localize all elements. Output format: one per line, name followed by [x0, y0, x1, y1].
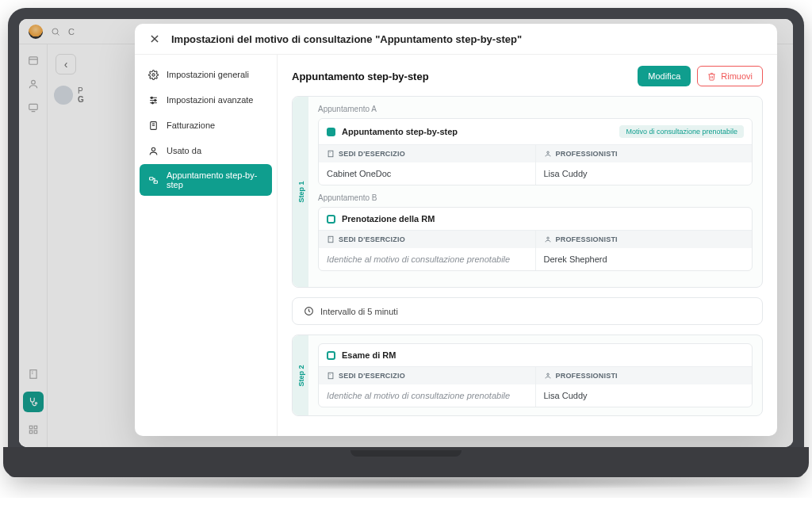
svg-point-27	[151, 147, 155, 151]
group-b-label: Appuntamento B	[318, 193, 753, 202]
appointment-name: Prenotazione della RM	[342, 214, 744, 224]
svg-rect-28	[149, 177, 152, 179]
appointment-card: Appuntamento step-by-step Motivo di cons…	[318, 118, 753, 185]
appointment-name: Appuntamento step-by-step	[342, 127, 613, 136]
nav-label: Usato da	[167, 146, 201, 155]
user-icon	[544, 372, 552, 380]
modal-title: Impostazioni del motivo di consultazione…	[171, 33, 522, 45]
interval-row: Intervallo di 5 minuti	[292, 297, 763, 325]
appointment-card: Prenotazione della RM SEDI D'ESERCIZIO	[318, 207, 753, 271]
trash-icon	[707, 72, 716, 81]
laptop-bezel: C ‹ P G	[8, 8, 804, 477]
step-1-block: Step 1 Appuntamento A Appuntamento step-…	[292, 96, 763, 288]
location-cell: Identiche al motivo di consultazione pre…	[319, 384, 535, 407]
user-icon	[544, 150, 552, 158]
svg-point-35	[546, 237, 549, 239]
svg-point-32	[546, 151, 549, 154]
nav-label: Impostazioni generali	[167, 70, 249, 79]
svg-rect-30	[328, 151, 333, 157]
building-icon	[327, 150, 335, 158]
interval-label: Intervallo di 5 minuti	[320, 307, 398, 316]
professional-cell: Lisa Cuddy	[536, 162, 753, 185]
laptop-base	[3, 447, 809, 477]
screen: C ‹ P G	[19, 19, 793, 447]
col-head-professionals: PROFESSIONISTI	[536, 231, 753, 248]
col-head-locations: SEDI D'ESERCIZIO	[319, 231, 535, 248]
svg-point-17	[151, 73, 154, 75]
nav-label: Appuntamento step-by-step	[167, 170, 264, 189]
user-icon	[147, 145, 159, 156]
nav-item-billing[interactable]: Fatturazione	[140, 113, 272, 137]
location-cell: Identiche al motivo di consultazione pre…	[319, 248, 535, 270]
col-head-professionals: PROFESSIONISTI	[536, 367, 753, 384]
location-cell: Cabinet OneDoc	[319, 162, 535, 185]
svg-point-22	[154, 99, 155, 101]
content-title: Appuntamento step-by-step	[292, 71, 429, 82]
svg-point-23	[151, 101, 153, 103]
nav-label: Impostazioni avanzate	[167, 95, 253, 105]
remove-button[interactable]: Rimuovi	[697, 66, 763, 86]
col-head-locations: SEDI D'ESERCIZIO	[319, 367, 535, 384]
modal-header: Impostazioni del motivo di consultazione…	[135, 24, 777, 55]
modal-sidenav: Impostazioni generali Impostazioni avanz…	[135, 55, 278, 436]
nav-item-usedby[interactable]: Usato da	[140, 139, 272, 162]
appointment-marker-icon	[327, 128, 335, 136]
step-2-block: Step 2 Esame di RM	[292, 335, 763, 416]
appointment-marker-icon	[327, 215, 335, 224]
building-icon	[327, 372, 335, 380]
col-head-locations: SEDI D'ESERCIZIO	[319, 145, 535, 162]
nav-item-stepbystep[interactable]: Appuntamento step-by-step	[140, 164, 272, 196]
col-head-professionals: PROFESSIONISTI	[536, 145, 753, 162]
nav-item-advanced[interactable]: Impostazioni avanzate	[140, 88, 272, 112]
close-icon[interactable]	[147, 32, 162, 46]
appointment-name: Esame di RM	[342, 350, 744, 360]
nav-label: Fatturazione	[167, 120, 215, 130]
settings-modal: Impostazioni del motivo di consultazione…	[135, 24, 777, 436]
laptop-frame: C ‹ P G	[8, 8, 804, 490]
remove-button-label: Rimuovi	[721, 71, 753, 81]
step-rail: Step 2	[293, 335, 308, 415]
step-rail: Step 1	[293, 97, 308, 287]
receipt-icon	[147, 120, 159, 131]
gear-icon	[147, 69, 159, 80]
clock-icon	[304, 306, 314, 316]
bookable-badge: Motivo di consultazione prenotabile	[619, 125, 744, 138]
user-icon	[544, 235, 552, 243]
steps-icon	[147, 174, 159, 185]
modal-content: Appuntamento step-by-step Modifica Rimuo…	[278, 55, 777, 436]
svg-rect-37	[328, 373, 333, 379]
appointment-marker-icon	[327, 351, 335, 360]
edit-button-label: Modifica	[648, 71, 680, 81]
professional-cell: Derek Shepherd	[536, 248, 753, 270]
svg-point-39	[546, 373, 549, 376]
group-a-label: Appuntamento A	[318, 105, 753, 113]
svg-point-21	[151, 97, 152, 98]
sliders-icon	[147, 94, 159, 105]
professional-cell: Lisa Cuddy	[536, 384, 753, 407]
appointment-card: Esame di RM SEDI D'ESERCIZIO	[318, 343, 753, 407]
step-rail-label: Step 2	[297, 365, 304, 386]
svg-rect-33	[328, 236, 333, 243]
building-icon	[327, 235, 335, 243]
edit-button[interactable]: Modifica	[638, 66, 691, 86]
nav-item-general[interactable]: Impostazioni generali	[140, 63, 272, 86]
step-rail-label: Step 1	[297, 181, 304, 202]
